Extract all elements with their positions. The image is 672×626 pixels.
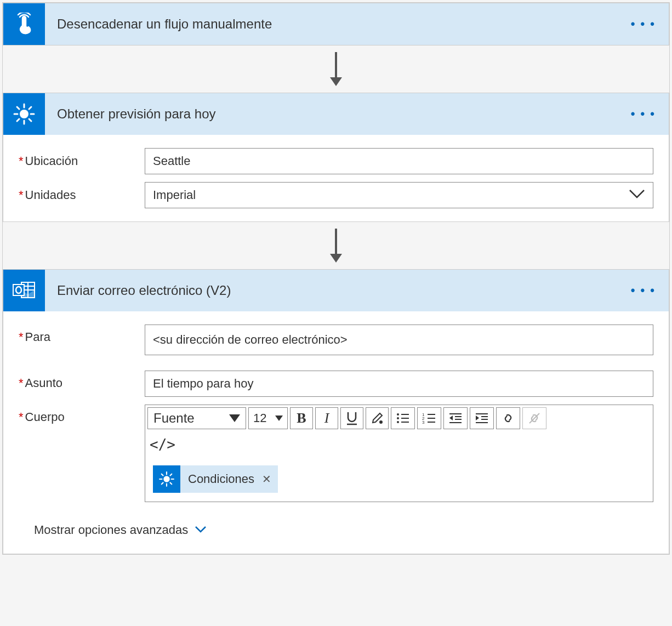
rte-indent-button[interactable] — [470, 407, 494, 429]
step-trigger-header[interactable]: Desencadenar un flujo manualmente • • • — [3, 3, 669, 45]
dynamic-content-token[interactable]: Condiciones ✕ — [153, 465, 278, 493]
subject-input[interactable]: El tiempo para hoy — [145, 371, 653, 397]
chevron-down-icon — [195, 525, 207, 536]
svg-line-50 — [162, 474, 163, 476]
svg-line-51 — [170, 482, 172, 484]
step-forecast-title: Obtener previsión para hoy — [57, 106, 631, 122]
body-label: *Cuerpo — [19, 405, 145, 424]
connector-arrow-icon — [3, 45, 669, 93]
svg-line-8 — [29, 119, 31, 121]
step-forecast-body: *Ubicación Seattle *Unidades Imperial — [3, 135, 669, 221]
outlook-icon — [3, 270, 45, 311]
token-remove-button[interactable]: ✕ — [262, 473, 271, 486]
token-label: Condiciones — [188, 472, 254, 486]
subject-label: *Asunto — [19, 371, 145, 390]
rte-unlink-button[interactable] — [522, 407, 546, 429]
rte-underline-button[interactable] — [340, 407, 363, 429]
svg-line-52 — [162, 482, 163, 484]
rte-color-button[interactable] — [366, 407, 389, 429]
svg-point-45 — [163, 476, 169, 482]
step-email: Enviar correo electrónico (V2) • • • *Pa… — [3, 269, 669, 554]
rte-content-area[interactable]: Condiciones ✕ — [145, 458, 653, 502]
units-select[interactable]: Imperial — [145, 182, 653, 208]
svg-point-2 — [20, 110, 29, 118]
step-email-more-button[interactable]: • • • — [631, 283, 656, 298]
location-row: *Ubicación Seattle — [19, 148, 653, 174]
step-trigger-more-button[interactable]: • • • — [631, 17, 656, 31]
rte-size-select[interactable]: 12 — [248, 407, 288, 429]
svg-marker-43 — [476, 416, 479, 420]
units-row: *Unidades Imperial — [19, 182, 653, 208]
weather-sun-icon — [3, 93, 45, 135]
svg-point-23 — [397, 417, 399, 419]
rte-bullet-list-button[interactable] — [391, 407, 415, 429]
units-label: *Unidades — [19, 188, 145, 202]
svg-point-24 — [397, 421, 399, 423]
svg-point-21 — [379, 420, 383, 424]
svg-line-10 — [29, 107, 31, 109]
to-row: *Para <su dirección de correo electrónic… — [19, 325, 653, 355]
rte-number-list-button[interactable]: 123 — [417, 407, 441, 429]
svg-marker-1 — [330, 77, 342, 86]
to-input[interactable]: <su dirección de correo electrónico> — [145, 325, 653, 355]
svg-line-7 — [17, 107, 19, 109]
rte-bold-button[interactable]: B — [290, 407, 313, 429]
rte-italic-button[interactable]: I — [315, 407, 338, 429]
step-forecast-more-button[interactable]: • • • — [631, 107, 656, 121]
flow-canvas: Desencadenar un flujo manualmente • • • — [2, 2, 670, 555]
rich-text-editor: Fuente 12 B I — [145, 405, 653, 502]
rte-codeview-button[interactable]: </> — [147, 434, 180, 456]
svg-line-53 — [170, 474, 172, 476]
location-label: *Ubicación — [19, 154, 145, 168]
rte-font-select[interactable]: Fuente — [147, 407, 246, 429]
connector-arrow-icon — [3, 222, 669, 269]
manual-trigger-icon — [3, 3, 45, 45]
step-forecast: Obtener previsión para hoy • • • *Ubicac… — [3, 93, 669, 222]
show-advanced-options-button[interactable]: Mostrar opciones avanzadas — [34, 523, 207, 537]
weather-sun-icon — [153, 465, 180, 493]
step-email-body: *Para <su dirección de correo electrónic… — [3, 311, 669, 554]
location-input[interactable]: Seattle — [145, 148, 653, 174]
svg-point-22 — [397, 413, 399, 416]
step-email-header[interactable]: Enviar correo electrónico (V2) • • • — [3, 270, 669, 311]
svg-marker-12 — [330, 254, 342, 263]
rte-outdent-button[interactable] — [443, 407, 468, 429]
step-email-title: Enviar correo electrónico (V2) — [57, 283, 631, 298]
step-trigger-title: Desencadenar un flujo manualmente — [57, 16, 631, 32]
rte-toolbar: Fuente 12 B I — [145, 405, 653, 458]
step-trigger: Desencadenar un flujo manualmente • • • — [3, 3, 669, 45]
svg-line-9 — [17, 119, 19, 121]
subject-row: *Asunto El tiempo para hoy — [19, 371, 653, 397]
svg-text:3: 3 — [422, 420, 425, 424]
chevron-down-icon — [629, 188, 645, 202]
to-label: *Para — [19, 325, 145, 344]
caret-down-icon — [229, 414, 240, 422]
step-forecast-header[interactable]: Obtener previsión para hoy • • • — [3, 93, 669, 135]
body-row: *Cuerpo Fuente 12 B I — [19, 405, 653, 502]
rte-link-button[interactable] — [496, 407, 520, 429]
svg-marker-38 — [449, 416, 453, 420]
caret-down-icon — [275, 416, 283, 421]
